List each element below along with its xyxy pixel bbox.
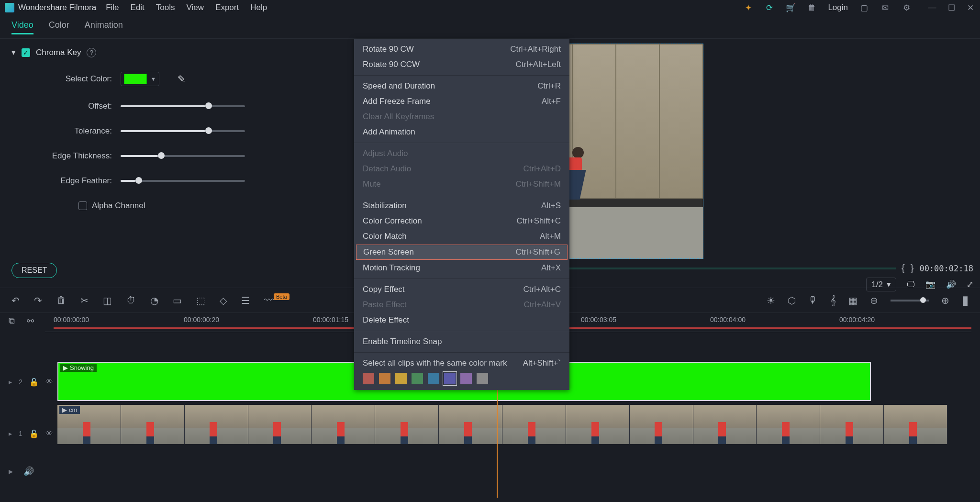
speed-icon[interactable]: ⏱ — [126, 295, 136, 306]
color-swatch[interactable] — [477, 373, 488, 384]
mixer-icon[interactable]: 𝄞 — [830, 295, 836, 306]
reset-button[interactable]: RESET — [11, 263, 57, 278]
ctx-item-green-screen[interactable]: Green ScreenCtrl+Shift+G — [356, 245, 568, 260]
ctx-item-add-freeze-frame[interactable]: Add Freeze FrameAlt+F — [354, 94, 569, 109]
preview-zoom-select[interactable]: 1/2 ▾ — [866, 278, 896, 291]
link-icon[interactable]: ⚯ — [27, 316, 36, 326]
undo-icon[interactable]: ↶ — [11, 295, 20, 306]
visibility-icon[interactable]: 👁 — [45, 378, 53, 386]
audio-icon[interactable]: 〰Beta — [264, 295, 290, 306]
maximize-icon[interactable]: ☐ — [947, 3, 956, 12]
tolerance-slider[interactable] — [121, 130, 245, 132]
timeline-zoom-slider[interactable] — [891, 300, 929, 301]
track-manager-icon[interactable]: ⧉ — [9, 316, 18, 326]
ctx-item-color-correction[interactable]: Color CorrectionCtrl+Shift+C — [354, 213, 569, 229]
menu-edit[interactable]: Edit — [131, 3, 145, 12]
color-swatch[interactable] — [379, 373, 390, 384]
marker-icon[interactable]: ⬡ — [788, 295, 796, 306]
clip-cm[interactable]: ▶cm — [57, 405, 947, 444]
fullscreen-icon[interactable]: ⤢ — [967, 279, 973, 290]
volume-icon[interactable]: 🔊 — [946, 279, 956, 290]
lock-icon[interactable]: 🔓 — [29, 378, 39, 387]
mask-icon[interactable]: ⬚ — [196, 295, 205, 306]
color-swatch[interactable] — [395, 373, 407, 384]
volume-track-icon[interactable]: 🔊 — [23, 466, 34, 477]
render-icon[interactable]: ☀ — [767, 295, 775, 306]
ruler-tick: 00:00:04:20 — [839, 316, 875, 324]
mark-in-icon[interactable]: { — [902, 263, 905, 274]
ctx-item-delete-effect[interactable]: Delete Effect — [354, 312, 569, 328]
close-icon[interactable]: ✕ — [966, 3, 975, 12]
minimize-icon[interactable]: — — [927, 3, 937, 12]
zoom-in-icon[interactable]: ⊕ — [941, 295, 949, 306]
trash-icon[interactable]: 🗑 — [807, 3, 816, 12]
menu-help[interactable]: Help — [250, 3, 267, 12]
menu-export[interactable]: Export — [215, 3, 239, 12]
cart-icon[interactable]: 🛒 — [786, 3, 795, 12]
premium-icon[interactable]: ✦ — [744, 3, 753, 12]
menu-tools[interactable]: Tools — [156, 3, 175, 12]
zoom-out-icon[interactable]: ⊖ — [870, 295, 878, 306]
ctx-item-add-animation[interactable]: Add Animation — [354, 124, 569, 140]
color-swatch[interactable] — [428, 373, 439, 384]
color-swatch[interactable] — [412, 373, 423, 384]
ctx-item-detach-audio: Detach AudioCtrl+Alt+D — [354, 161, 569, 177]
color-swatch[interactable] — [460, 373, 472, 384]
ctx-item-adjust-audio: Adjust Audio — [354, 146, 569, 161]
color-icon[interactable]: ◔ — [150, 295, 158, 306]
visibility-icon[interactable]: 👁 — [45, 429, 53, 438]
ruler-tick: 00:00:04:00 — [710, 316, 746, 324]
color-swatch[interactable] — [444, 373, 456, 384]
color-swatch[interactable] — [363, 373, 374, 384]
display-icon[interactable]: 🖵 — [907, 280, 915, 290]
login-button[interactable]: Login — [828, 3, 848, 12]
alpha-channel-checkbox[interactable] — [78, 201, 87, 210]
alpha-channel-label: Alpha Channel — [92, 201, 145, 211]
ctx-item-copy-effect[interactable]: Copy EffectCtrl+Alt+C — [354, 282, 569, 297]
menu-view[interactable]: View — [187, 3, 204, 12]
chroma-key-checkbox[interactable]: ✓ — [22, 48, 30, 57]
tab-color[interactable]: Color — [49, 20, 69, 34]
redo-icon[interactable]: ↷ — [34, 295, 42, 306]
tab-video[interactable]: Video — [11, 20, 33, 34]
edge-feather-slider[interactable] — [121, 180, 245, 182]
track-1: ▸1 🔓 👁 ▶cm — [9, 405, 971, 462]
ctx-item-motion-tracking[interactable]: Motion TrackingAlt+X — [354, 260, 569, 276]
chevron-down-icon[interactable]: ▾ — [11, 47, 16, 57]
fit-icon[interactable]: ▮ — [962, 293, 969, 308]
edge-thickness-slider[interactable] — [121, 155, 245, 157]
sync-icon[interactable]: ⟳ — [765, 3, 774, 12]
mute-track-icon[interactable]: ▸ — [9, 466, 13, 477]
voiceover-icon[interactable]: 🎙 — [808, 295, 818, 306]
menu-file[interactable]: File — [106, 3, 119, 12]
ctx-color-mark[interactable]: Select all clips with the same color mar… — [354, 356, 569, 387]
ctx-item-color-match[interactable]: Color MatchAlt+M — [354, 229, 569, 244]
offset-slider[interactable] — [121, 105, 245, 107]
grid-icon[interactable]: ▦ — [848, 295, 858, 306]
ctx-item-rotate-90-cw[interactable]: Rotate 90 CWCtrl+Alt+Right — [354, 42, 569, 57]
lock-icon[interactable]: 🔓 — [29, 429, 39, 438]
ctx-item-stabilization[interactable]: StabilizationAlt+S — [354, 198, 569, 213]
select-color-label: Select Color: — [11, 74, 112, 84]
snapshot-icon[interactable]: 📷 — [925, 279, 935, 290]
settings-icon[interactable]: ⚙ — [902, 3, 911, 12]
mark-out-icon[interactable]: } — [911, 263, 914, 274]
color-picker[interactable]: ▼ — [121, 72, 159, 86]
save-icon[interactable]: ▢ — [859, 3, 869, 12]
mail-icon[interactable]: ✉ — [880, 3, 890, 12]
keyframe-icon[interactable]: ◇ — [220, 295, 227, 306]
delete-icon[interactable]: 🗑 — [56, 295, 66, 306]
app-name: Wondershare Filmora — [18, 3, 96, 12]
cut-icon[interactable]: ✂ — [80, 295, 89, 306]
ctx-item-enable-timeline-snap[interactable]: Enable Timeline Snap — [354, 334, 569, 349]
ctx-item-rotate-90-ccw[interactable]: Rotate 90 CCWCtrl+Alt+Left — [354, 57, 569, 72]
greenscreen-icon[interactable]: ▭ — [173, 295, 182, 306]
tab-animation[interactable]: Animation — [85, 20, 123, 34]
eyedropper-icon[interactable]: ✎ — [178, 73, 186, 85]
edge-feather-label: Edge Feather: — [11, 176, 112, 186]
adjust-icon[interactable]: ☰ — [241, 295, 250, 306]
ctx-item-paste-effect: Paste EffectCtrl+Alt+V — [354, 297, 569, 312]
crop-icon[interactable]: ◫ — [103, 295, 112, 306]
ctx-item-speed-and-duration[interactable]: Speed and DurationCtrl+R — [354, 78, 569, 94]
help-icon[interactable]: ? — [87, 48, 96, 57]
